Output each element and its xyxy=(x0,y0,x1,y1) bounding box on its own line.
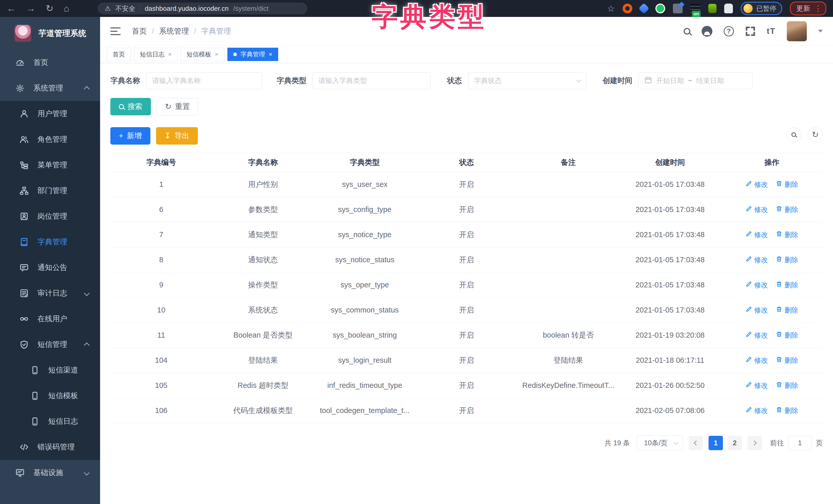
cell-dict-id: 104 xyxy=(110,348,212,373)
sidebar-item-audit-log[interactable]: 审计日志 xyxy=(0,280,100,306)
user-avatar[interactable] xyxy=(787,21,807,41)
app-logo[interactable]: 芋道管理系统 xyxy=(0,17,100,50)
cell-dict-type-link[interactable]: sys_common_status xyxy=(314,298,416,323)
cell-dict-type-link[interactable]: sys_boolean_string xyxy=(314,323,416,348)
tab-home[interactable]: 首页 xyxy=(107,48,131,61)
cell-dict-type-link[interactable]: sys_user_sex xyxy=(314,172,416,197)
dict-name-input[interactable] xyxy=(152,77,256,85)
bookmark-star-icon[interactable]: ☆ xyxy=(607,3,615,14)
edit-link[interactable]: 修改 xyxy=(745,356,768,365)
sidebar-item-menu-management[interactable]: 菜单管理 xyxy=(0,152,100,178)
sidebar-item-dict-management[interactable]: 字典管理 xyxy=(0,229,100,255)
extension-ghost-icon[interactable] xyxy=(724,4,733,13)
prev-page-button[interactable] xyxy=(689,436,703,450)
delete-link[interactable]: 删除 xyxy=(776,180,799,189)
sidebar-item-online-users[interactable]: 在线用户 xyxy=(0,306,100,332)
delete-link[interactable]: 删除 xyxy=(776,230,799,240)
breadcrumb-item[interactable]: 系统管理 xyxy=(159,26,189,36)
delete-link[interactable]: 删除 xyxy=(776,306,799,315)
extension-gem-icon[interactable] xyxy=(639,3,649,14)
toggle-search-button[interactable] xyxy=(786,127,801,142)
delete-link[interactable]: 删除 xyxy=(776,381,799,390)
tab-sms-template[interactable]: 短信模板× xyxy=(181,48,224,61)
browser-menu-icon[interactable]: ⋮ xyxy=(814,5,822,12)
tab-sms-log[interactable]: 短信日志× xyxy=(134,48,177,61)
edit-link[interactable]: 修改 xyxy=(745,280,768,290)
refresh-table-button[interactable]: ↻ xyxy=(808,127,823,142)
edit-link[interactable]: 修改 xyxy=(745,381,768,390)
sidebar-item-home[interactable]: 首页 xyxy=(0,50,100,75)
edit-link[interactable]: 修改 xyxy=(745,205,768,214)
browser-reload-icon[interactable]: ↻ xyxy=(46,3,53,14)
cell-dict-type-link[interactable]: sys_notice_type xyxy=(314,222,416,247)
page-number-1[interactable]: 1 xyxy=(709,436,723,450)
fullscreen-icon[interactable] xyxy=(745,26,756,36)
extension-green-icon[interactable] xyxy=(656,4,665,13)
address-bar[interactable]: ⚠ 不安全 dashboard.yudao.iocoder.cn/system/… xyxy=(97,3,307,14)
breadcrumb-separator: / xyxy=(194,27,196,35)
collapse-sidebar-icon[interactable] xyxy=(110,27,121,35)
delete-link[interactable]: 删除 xyxy=(776,331,799,340)
next-page-button[interactable] xyxy=(747,436,762,450)
tab-close-icon[interactable]: × xyxy=(168,51,172,57)
sidebar-item-notice-announcement[interactable]: 通知公告 xyxy=(0,255,100,280)
page-size-select[interactable]: 10条/页 xyxy=(637,435,683,450)
status-select[interactable]: 字典状态 xyxy=(468,72,586,89)
cell-dict-type-link[interactable]: tool_codegen_template_t... xyxy=(314,398,416,423)
search-icon[interactable] xyxy=(684,28,690,34)
font-size-icon[interactable]: tT xyxy=(767,26,776,36)
sidebar-item-dept-management[interactable]: 部门管理 xyxy=(0,178,100,204)
cell-dict-type-link[interactable]: sys_notice_status xyxy=(314,247,416,273)
sidebar-item-system-management[interactable]: 系统管理 xyxy=(0,75,100,101)
tab-dict-management[interactable]: 字典管理× xyxy=(228,48,278,61)
sidebar-item-sms-channel[interactable]: 短信渠道 xyxy=(0,357,100,383)
profile-paused-pill[interactable]: 已暂停 xyxy=(741,2,782,15)
help-icon[interactable]: ? xyxy=(724,26,734,36)
add-button[interactable]: + 新增 xyxy=(110,127,150,145)
sidebar-item-sms-management[interactable]: 短信管理 xyxy=(0,332,100,357)
dict-type-input[interactable] xyxy=(318,77,425,85)
tab-close-icon[interactable]: × xyxy=(215,51,218,57)
sidebar-item-infrastructure[interactable]: 基础设施 xyxy=(0,460,100,485)
browser-home-icon[interactable]: ⌂ xyxy=(64,3,69,14)
edit-link[interactable]: 修改 xyxy=(745,255,768,264)
reset-button[interactable]: ↻ 重置 xyxy=(157,98,198,116)
browser-update-chip[interactable]: 更新 ⋮ xyxy=(790,2,826,16)
delete-link[interactable]: 删除 xyxy=(776,280,799,290)
edit-link[interactable]: 修改 xyxy=(745,406,768,415)
sidebar-item-user-management[interactable]: 用户管理 xyxy=(0,101,100,127)
tab-close-icon[interactable]: × xyxy=(269,51,272,57)
cell-dict-type-link[interactable]: sys_login_result xyxy=(314,348,416,373)
extension-squares-icon[interactable] xyxy=(673,4,683,13)
delete-link[interactable]: 删除 xyxy=(776,406,799,415)
date-range-picker[interactable]: 开始日期 ~ 结束日期 xyxy=(639,72,753,89)
export-button[interactable]: ↧ 导出 xyxy=(156,127,198,145)
delete-link[interactable]: 删除 xyxy=(776,356,799,365)
sidebar-item-error-code-management[interactable]: 错误码管理 xyxy=(0,434,100,460)
cell-dict-type-link[interactable]: inf_redis_timeout_type xyxy=(314,373,416,398)
browser-back-icon[interactable]: ← xyxy=(7,3,16,14)
cell-dict-type-link[interactable]: sys_config_type xyxy=(314,197,416,222)
edit-link[interactable]: 修改 xyxy=(745,230,768,240)
edit-link[interactable]: 修改 xyxy=(745,306,768,315)
goto-page-input[interactable] xyxy=(788,436,812,450)
breadcrumb-item[interactable]: 首页 xyxy=(132,26,147,36)
sidebar-item-sms-template[interactable]: 短信模板 xyxy=(0,383,100,409)
extension-sprout-icon[interactable] xyxy=(708,4,716,13)
sidebar-item-role-management[interactable]: 角色管理 xyxy=(0,127,100,152)
delete-link[interactable]: 删除 xyxy=(776,255,799,264)
edit-link[interactable]: 修改 xyxy=(745,331,768,340)
browser-forward-icon[interactable]: → xyxy=(26,3,35,14)
page-number-2[interactable]: 2 xyxy=(728,436,742,450)
sidebar-item-sms-log[interactable]: 短信日志 xyxy=(0,409,100,434)
extension-orange-icon[interactable] xyxy=(623,4,632,13)
delete-link[interactable]: 删除 xyxy=(776,205,799,214)
search-button[interactable]: 搜索 xyxy=(110,98,151,116)
sidebar-item-post-management[interactable]: 岗位管理 xyxy=(0,204,100,229)
edit-link[interactable]: 修改 xyxy=(745,180,768,189)
trash-icon xyxy=(776,306,782,314)
extension-bars-icon[interactable]: on xyxy=(690,4,700,13)
github-icon[interactable] xyxy=(701,26,712,37)
avatar-caret-icon[interactable] xyxy=(818,30,823,32)
cell-dict-type-link[interactable]: sys_oper_type xyxy=(314,273,416,298)
